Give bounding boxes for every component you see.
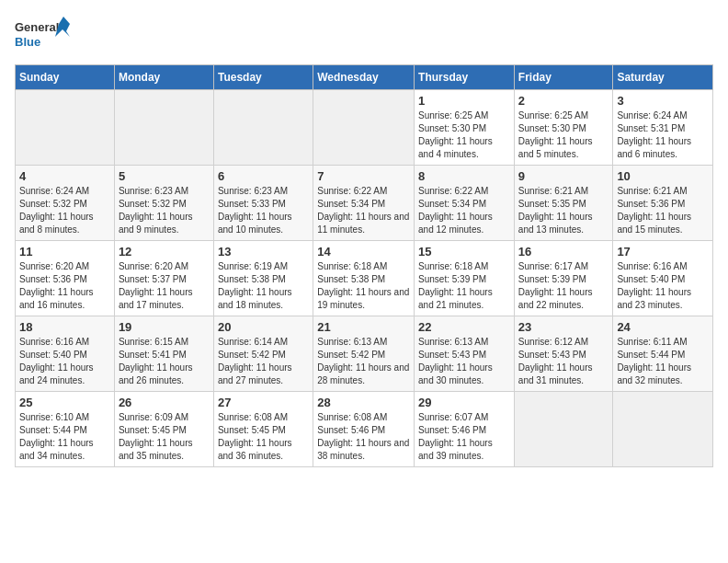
day-number: 11	[19, 245, 110, 259]
day-number: 17	[617, 245, 709, 259]
calendar-week-row: 18Sunrise: 6:16 AM Sunset: 5:40 PM Dayli…	[16, 316, 713, 392]
day-info: Sunrise: 6:18 AM Sunset: 5:38 PM Dayligh…	[317, 260, 410, 312]
calendar-cell: 27Sunrise: 6:08 AM Sunset: 5:45 PM Dayli…	[213, 392, 313, 467]
day-number: 2	[518, 94, 609, 108]
calendar-week-row: 11Sunrise: 6:20 AM Sunset: 5:36 PM Dayli…	[16, 241, 713, 316]
day-info: Sunrise: 6:11 AM Sunset: 5:44 PM Dayligh…	[617, 336, 709, 387]
calendar-cell: 8Sunrise: 6:22 AM Sunset: 5:34 PM Daylig…	[415, 166, 515, 241]
day-info: Sunrise: 6:08 AM Sunset: 5:45 PM Dayligh…	[218, 411, 309, 463]
day-info: Sunrise: 6:22 AM Sunset: 5:34 PM Dayligh…	[418, 185, 510, 236]
page-header: General Blue	[15, 15, 713, 55]
day-number: 12	[119, 245, 210, 259]
day-number: 26	[119, 396, 210, 409]
day-number: 8	[418, 169, 510, 183]
day-number: 1	[418, 94, 510, 108]
day-info: Sunrise: 6:13 AM Sunset: 5:42 PM Dayligh…	[317, 336, 410, 387]
day-info: Sunrise: 6:21 AM Sunset: 5:36 PM Dayligh…	[617, 185, 709, 236]
day-number: 7	[317, 169, 410, 183]
calendar-cell: 17Sunrise: 6:16 AM Sunset: 5:40 PM Dayli…	[613, 241, 713, 316]
weekday-header: Monday	[114, 65, 213, 90]
calendar-cell: 11Sunrise: 6:20 AM Sunset: 5:36 PM Dayli…	[16, 241, 115, 316]
calendar-cell	[613, 392, 713, 467]
calendar-cell: 2Sunrise: 6:25 AM Sunset: 5:30 PM Daylig…	[514, 90, 613, 166]
calendar-cell: 13Sunrise: 6:19 AM Sunset: 5:38 PM Dayli…	[213, 241, 313, 316]
day-number: 19	[119, 320, 210, 334]
day-number: 28	[317, 396, 410, 409]
day-info: Sunrise: 6:25 AM Sunset: 5:30 PM Dayligh…	[518, 109, 609, 161]
day-number: 15	[418, 245, 510, 259]
calendar-cell: 15Sunrise: 6:18 AM Sunset: 5:39 PM Dayli…	[415, 241, 515, 316]
day-info: Sunrise: 6:07 AM Sunset: 5:46 PM Dayligh…	[418, 411, 510, 463]
calendar-cell: 22Sunrise: 6:13 AM Sunset: 5:43 PM Dayli…	[415, 316, 515, 392]
weekday-header: Wednesday	[313, 65, 415, 90]
calendar-cell: 20Sunrise: 6:14 AM Sunset: 5:42 PM Dayli…	[213, 316, 313, 392]
weekday-header: Friday	[514, 65, 613, 90]
day-number: 29	[418, 396, 510, 409]
day-number: 5	[119, 169, 210, 183]
calendar-cell	[114, 90, 213, 166]
day-info: Sunrise: 6:16 AM Sunset: 5:40 PM Dayligh…	[19, 336, 110, 387]
day-info: Sunrise: 6:25 AM Sunset: 5:30 PM Dayligh…	[418, 109, 510, 161]
calendar-header: SundayMondayTuesdayWednesdayThursdayFrid…	[16, 65, 713, 90]
calendar-cell: 26Sunrise: 6:09 AM Sunset: 5:45 PM Dayli…	[114, 392, 213, 467]
day-info: Sunrise: 6:16 AM Sunset: 5:40 PM Dayligh…	[617, 260, 709, 312]
calendar-week-row: 1Sunrise: 6:25 AM Sunset: 5:30 PM Daylig…	[16, 90, 713, 166]
calendar-cell: 21Sunrise: 6:13 AM Sunset: 5:42 PM Dayli…	[313, 316, 415, 392]
day-info: Sunrise: 6:20 AM Sunset: 5:36 PM Dayligh…	[19, 260, 110, 312]
day-info: Sunrise: 6:20 AM Sunset: 5:37 PM Dayligh…	[119, 260, 210, 312]
calendar-cell	[213, 90, 313, 166]
day-number: 22	[418, 320, 510, 334]
day-info: Sunrise: 6:12 AM Sunset: 5:43 PM Dayligh…	[518, 336, 609, 387]
calendar-cell: 24Sunrise: 6:11 AM Sunset: 5:44 PM Dayli…	[613, 316, 713, 392]
calendar-cell: 23Sunrise: 6:12 AM Sunset: 5:43 PM Dayli…	[514, 316, 613, 392]
day-number: 10	[617, 169, 709, 183]
calendar-cell: 12Sunrise: 6:20 AM Sunset: 5:37 PM Dayli…	[114, 241, 213, 316]
day-info: Sunrise: 6:24 AM Sunset: 5:31 PM Dayligh…	[617, 109, 709, 161]
day-number: 20	[218, 320, 309, 334]
day-info: Sunrise: 6:23 AM Sunset: 5:33 PM Dayligh…	[218, 185, 309, 236]
calendar-cell: 5Sunrise: 6:23 AM Sunset: 5:32 PM Daylig…	[114, 166, 213, 241]
day-info: Sunrise: 6:09 AM Sunset: 5:45 PM Dayligh…	[119, 411, 210, 463]
calendar-cell: 3Sunrise: 6:24 AM Sunset: 5:31 PM Daylig…	[613, 90, 713, 166]
calendar-table: SundayMondayTuesdayWednesdayThursdayFrid…	[15, 64, 713, 467]
calendar-cell: 10Sunrise: 6:21 AM Sunset: 5:36 PM Dayli…	[613, 166, 713, 241]
calendar-cell	[313, 90, 415, 166]
weekday-header: Tuesday	[213, 65, 313, 90]
calendar-cell: 6Sunrise: 6:23 AM Sunset: 5:33 PM Daylig…	[213, 166, 313, 241]
day-number: 23	[518, 320, 609, 334]
calendar-cell: 25Sunrise: 6:10 AM Sunset: 5:44 PM Dayli…	[16, 392, 115, 467]
calendar-week-row: 4Sunrise: 6:24 AM Sunset: 5:32 PM Daylig…	[16, 166, 713, 241]
weekday-header: Sunday	[16, 65, 115, 90]
day-info: Sunrise: 6:24 AM Sunset: 5:32 PM Dayligh…	[19, 185, 110, 236]
day-number: 24	[617, 320, 709, 334]
calendar-cell: 29Sunrise: 6:07 AM Sunset: 5:46 PM Dayli…	[415, 392, 515, 467]
calendar-cell	[16, 90, 115, 166]
day-number: 3	[617, 94, 709, 108]
day-info: Sunrise: 6:19 AM Sunset: 5:38 PM Dayligh…	[218, 260, 309, 312]
day-info: Sunrise: 6:21 AM Sunset: 5:35 PM Dayligh…	[518, 185, 609, 236]
day-number: 16	[518, 245, 609, 259]
logo: General Blue	[15, 15, 70, 55]
day-info: Sunrise: 6:10 AM Sunset: 5:44 PM Dayligh…	[19, 411, 110, 463]
day-info: Sunrise: 6:13 AM Sunset: 5:43 PM Dayligh…	[418, 336, 510, 387]
day-info: Sunrise: 6:08 AM Sunset: 5:46 PM Dayligh…	[317, 411, 410, 463]
calendar-week-row: 25Sunrise: 6:10 AM Sunset: 5:44 PM Dayli…	[16, 392, 713, 467]
calendar-cell: 19Sunrise: 6:15 AM Sunset: 5:41 PM Dayli…	[114, 316, 213, 392]
day-info: Sunrise: 6:22 AM Sunset: 5:34 PM Dayligh…	[317, 185, 410, 236]
logo-svg: General Blue	[15, 15, 70, 55]
day-info: Sunrise: 6:23 AM Sunset: 5:32 PM Dayligh…	[119, 185, 210, 236]
calendar-cell: 4Sunrise: 6:24 AM Sunset: 5:32 PM Daylig…	[16, 166, 115, 241]
day-number: 18	[19, 320, 110, 334]
day-number: 9	[518, 169, 609, 183]
svg-text:General: General	[15, 20, 59, 34]
day-info: Sunrise: 6:17 AM Sunset: 5:39 PM Dayligh…	[518, 260, 609, 312]
day-info: Sunrise: 6:14 AM Sunset: 5:42 PM Dayligh…	[218, 336, 309, 387]
day-info: Sunrise: 6:15 AM Sunset: 5:41 PM Dayligh…	[119, 336, 210, 387]
calendar-cell: 7Sunrise: 6:22 AM Sunset: 5:34 PM Daylig…	[313, 166, 415, 241]
day-number: 25	[19, 396, 110, 409]
calendar-cell: 16Sunrise: 6:17 AM Sunset: 5:39 PM Dayli…	[514, 241, 613, 316]
day-number: 14	[317, 245, 410, 259]
svg-text:Blue: Blue	[15, 35, 40, 49]
weekday-header: Saturday	[613, 65, 713, 90]
calendar-cell	[514, 392, 613, 467]
